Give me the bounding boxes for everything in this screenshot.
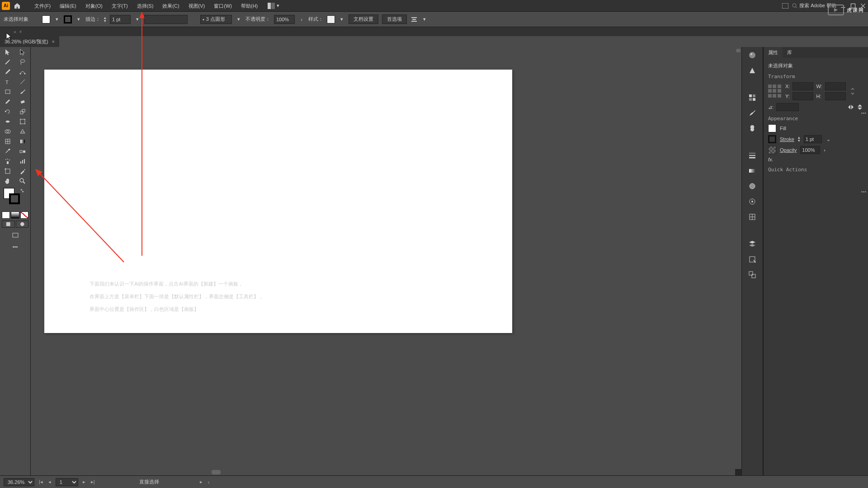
type-tool[interactable]: T [0, 77, 15, 87]
paintbrush-tool[interactable] [15, 87, 31, 97]
eyedropper-tool[interactable] [0, 146, 15, 156]
flip-v-icon[interactable] [856, 104, 863, 110]
symbols-panel-icon[interactable] [748, 124, 757, 133]
selection-tool[interactable] [0, 47, 15, 57]
horizontal-scrollbar[interactable] [31, 469, 735, 475]
fill-color-swatch[interactable] [768, 124, 776, 132]
style-swatch[interactable] [327, 15, 335, 23]
zoom-tool[interactable] [15, 176, 31, 186]
tab-libraries[interactable]: 库 [783, 47, 797, 58]
perspective-tool[interactable] [15, 127, 31, 136]
artboard-first-icon[interactable]: |◂ [38, 479, 44, 485]
curvature-tool[interactable] [15, 67, 31, 77]
reference-point-icon[interactable] [768, 84, 782, 98]
color-guide-icon[interactable] [748, 66, 757, 75]
align-dropdown[interactable]: ▾ [421, 16, 428, 23]
direct-selection-tool[interactable] [15, 47, 31, 57]
link-wh-icon[interactable] [849, 87, 856, 96]
status-play-icon[interactable]: ▸ [199, 479, 203, 485]
y-input[interactable] [793, 92, 813, 100]
slice-tool[interactable] [15, 166, 31, 176]
lasso-tool[interactable] [15, 57, 31, 67]
opacity-arrow-icon[interactable]: › [824, 147, 826, 153]
style-dropdown[interactable]: ▾ [339, 16, 345, 23]
swap-fill-stroke-icon[interactable] [19, 188, 25, 193]
shaper-tool[interactable] [0, 97, 15, 107]
stroke-appear-dropdown[interactable]: ⌄ [826, 136, 832, 142]
stroke-box[interactable] [9, 193, 20, 204]
symbol-sprayer-tool[interactable] [0, 156, 15, 166]
transparency-panel-icon[interactable] [748, 182, 757, 191]
stroke-panel-icon[interactable] [748, 151, 757, 160]
fill-swatch[interactable] [42, 15, 50, 23]
tab-properties[interactable]: 属性 [764, 47, 783, 58]
line-tool[interactable] [15, 77, 31, 87]
variable-width-profile[interactable] [144, 15, 188, 24]
opacity-appear-label[interactable]: Opacity [780, 147, 797, 153]
artboards-panel-icon[interactable] [748, 270, 757, 279]
transform-options-icon[interactable]: ••• [861, 110, 866, 116]
none-mode-icon[interactable] [20, 211, 28, 219]
magic-wand-tool[interactable] [0, 57, 15, 67]
width-tool[interactable] [0, 117, 15, 127]
artboard-next-icon[interactable]: ▸ [82, 479, 86, 485]
menu-help[interactable]: 帮助(H) [236, 0, 262, 12]
draw-normal-icon[interactable] [2, 221, 15, 228]
swatches-panel-icon[interactable] [748, 93, 757, 102]
align-icon[interactable] [410, 16, 418, 23]
stroke-appear-label[interactable]: Stroke [780, 136, 794, 142]
stroke-swatch[interactable] [64, 15, 72, 23]
asset-export-icon[interactable] [748, 255, 757, 264]
w-input[interactable] [825, 82, 846, 90]
artboard-select[interactable]: 1 [56, 478, 78, 486]
artboard[interactable] [44, 70, 512, 333]
menu-edit[interactable]: 编辑(E) [55, 0, 81, 12]
doc-setup-button[interactable]: 文档设置 [349, 14, 378, 24]
flip-h-icon[interactable] [847, 104, 854, 110]
tab-close-icon[interactable]: × [19, 29, 22, 34]
appearance-panel-icon[interactable] [748, 197, 757, 206]
menu-object[interactable]: 对象(O) [81, 0, 107, 12]
canvas-viewport[interactable] [31, 47, 735, 469]
workspace-dropdown[interactable]: ▾ [275, 3, 281, 9]
h-input[interactable] [825, 92, 846, 100]
home-icon[interactable] [14, 2, 21, 9]
opacity-appear-input[interactable] [800, 146, 820, 154]
stroke-dropdown[interactable]: ▾ [75, 16, 82, 23]
shape-builder-tool[interactable] [0, 127, 15, 136]
gradient-mode-icon[interactable] [11, 211, 19, 219]
opacity-input[interactable] [274, 15, 295, 24]
fill-dropdown[interactable]: ▾ [54, 16, 60, 23]
menu-view[interactable]: 视图(V) [184, 0, 210, 12]
zoom-select[interactable]: 36.26% [4, 478, 34, 486]
rotate-tool[interactable] [0, 107, 15, 117]
brushes-panel-icon[interactable] [748, 108, 757, 117]
stroke-appear-input[interactable] [804, 135, 822, 143]
color-panel-icon[interactable] [748, 51, 757, 60]
screen-mode-icon[interactable] [0, 230, 30, 241]
hand-tool[interactable] [0, 176, 15, 186]
fx-label[interactable]: fx. [768, 157, 774, 162]
menu-select[interactable]: 选择(S) [132, 0, 158, 12]
mesh-tool[interactable] [0, 136, 15, 146]
layers-panel-icon[interactable] [748, 239, 757, 249]
tab-close-button[interactable]: × [52, 39, 55, 44]
eraser-tool[interactable] [15, 97, 31, 107]
stroke-weight-dropdown[interactable]: ▾ [134, 16, 141, 23]
brush-dropdown[interactable]: ▾ [236, 16, 242, 23]
fill-stroke-control[interactable] [2, 188, 28, 210]
workspace-switcher-icon[interactable] [268, 3, 275, 9]
edit-toolbar-icon[interactable]: ••• [0, 241, 30, 252]
appearance-options-icon[interactable]: ••• [861, 189, 866, 194]
free-transform-tool[interactable] [15, 117, 31, 127]
graphic-styles-icon[interactable] [748, 212, 757, 221]
opacity-dropdown[interactable]: › [298, 16, 305, 23]
gradient-panel-icon[interactable] [748, 166, 757, 175]
pen-tool[interactable] [0, 67, 15, 77]
scale-tool[interactable] [15, 107, 31, 117]
artboard-tool[interactable] [0, 166, 15, 176]
angle-input[interactable] [776, 103, 799, 111]
stroke-stepper-icon[interactable]: ▴▾ [104, 16, 106, 23]
menu-window[interactable]: 窗口(W) [209, 0, 236, 12]
stroke-color-swatch[interactable] [768, 135, 776, 143]
